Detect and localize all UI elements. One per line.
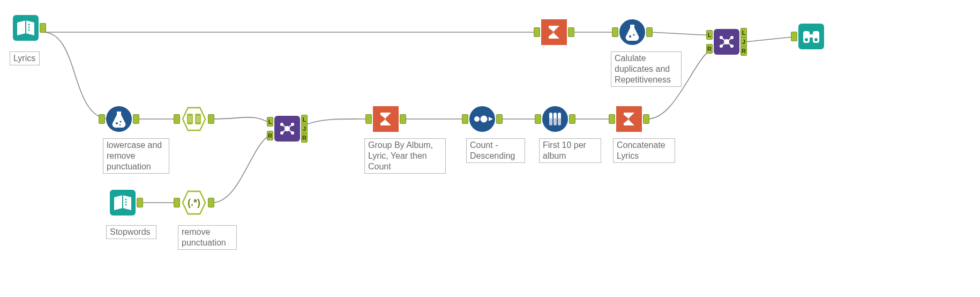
join2-port-L-out: L	[740, 28, 747, 38]
sigma-icon	[541, 19, 567, 45]
flask-icon	[619, 19, 645, 45]
svg-point-63	[814, 38, 818, 41]
formula-calcdup-label: Calulate duplicates and Repetitiveness	[611, 51, 682, 87]
test-tubes-icon	[542, 106, 568, 132]
svg-point-34	[474, 116, 480, 122]
svg-point-2	[28, 24, 30, 26]
input-stopwords-label: Stopwords	[106, 225, 156, 239]
input-lyrics-label: Lyrics	[10, 51, 40, 65]
flask-icon	[106, 106, 132, 132]
input-stopwords-node[interactable]	[110, 190, 136, 216]
summarize-groupby-node[interactable]	[373, 106, 399, 132]
binoculars-icon	[798, 24, 824, 49]
join2-port-L-in: L	[706, 30, 713, 40]
join2-port-R-in: R	[706, 44, 713, 54]
formula-lowercase-node[interactable]	[106, 106, 132, 132]
join-1-node[interactable]: L R L J R	[274, 116, 300, 142]
svg-point-35	[481, 116, 488, 123]
join-icon	[274, 116, 300, 142]
regex-icon: (.*)	[181, 190, 207, 216]
sort-node[interactable]	[469, 106, 495, 132]
svg-point-4	[28, 29, 30, 31]
join2-port-J-out: J	[740, 37, 747, 47]
summarize-top-node[interactable]	[541, 19, 567, 45]
svg-point-21	[125, 204, 127, 206]
join-port-L-in: L	[267, 117, 273, 127]
svg-rect-42	[558, 118, 561, 125]
browse-node[interactable]	[798, 24, 824, 49]
sample-node[interactable]	[542, 106, 568, 132]
svg-point-20	[125, 202, 127, 203]
svg-rect-41	[553, 118, 557, 125]
book-icon	[13, 15, 39, 41]
table-split-icon	[181, 106, 207, 132]
summarize-concat-node[interactable]	[616, 106, 642, 132]
sort-icon	[469, 106, 495, 132]
join-2-node[interactable]: L R L J R	[714, 29, 739, 55]
sort-label: Count - Descending	[466, 138, 525, 163]
input-lyrics-node[interactable]	[13, 15, 39, 41]
svg-point-19	[125, 199, 127, 201]
svg-rect-40	[549, 118, 552, 125]
join-port-J-out: J	[301, 124, 308, 133]
join-port-L-out: L	[301, 115, 308, 124]
join-port-R-in: R	[267, 131, 273, 140]
svg-point-3	[28, 27, 30, 28]
sigma-icon	[373, 106, 399, 132]
svg-point-62	[805, 38, 808, 41]
book-icon	[110, 190, 136, 216]
formula-lowercase-label: lowercase and remove punctuation	[103, 138, 169, 174]
svg-point-7	[120, 121, 122, 123]
sample-label: First 10 per album	[539, 138, 601, 163]
sigma-icon	[616, 106, 642, 132]
regex-remove-punct-node[interactable]: (.*)	[181, 190, 207, 216]
svg-point-6	[116, 122, 118, 124]
join-port-R-out: R	[301, 133, 308, 143]
join2-port-R-out: R	[740, 46, 747, 56]
join-icon	[714, 29, 739, 55]
workflow-canvas[interactable]: Lyrics lowercase and remove punctuation	[0, 0, 980, 297]
text-to-columns-node[interactable]	[181, 106, 207, 132]
svg-point-47	[633, 34, 635, 36]
svg-rect-61	[809, 34, 813, 38]
svg-point-46	[629, 35, 631, 38]
regex-remove-punct-label: remove punctuation	[178, 225, 237, 250]
summarize-groupby-label: Group By Album, Lyric, Year then Count	[364, 138, 446, 174]
formula-calcdup-node[interactable]	[619, 19, 645, 45]
svg-point-8	[119, 124, 121, 125]
summarize-concat-label: Concatenate Lyrics	[613, 138, 675, 163]
